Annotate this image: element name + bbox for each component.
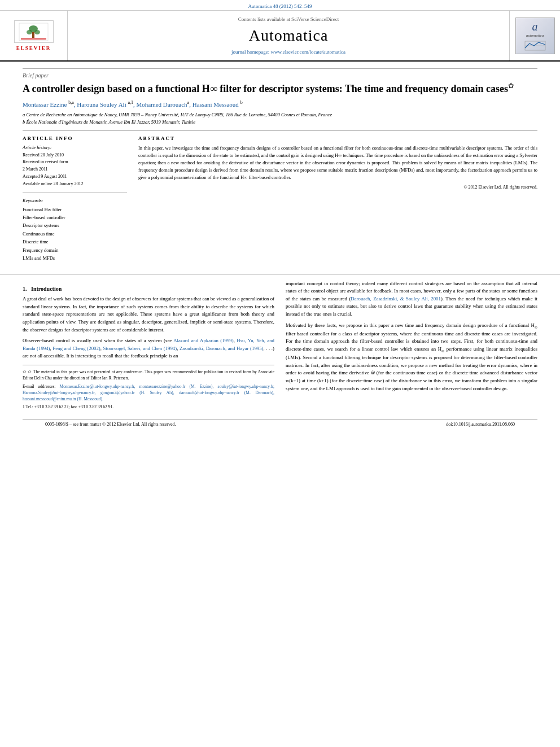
keywords-section: Keywords: Functional H∞ filter Filter-ba… — [23, 198, 127, 263]
body-col-left: 1. Introduction A great deal of work has… — [23, 280, 274, 412]
abstract-section: ABSTRACT In this paper, we investigate t… — [138, 136, 537, 190]
intro-para-2: Observer-based control is usually used w… — [23, 337, 274, 360]
journal-header-center: Contents lists available at SciVerse Sci… — [68, 11, 509, 60]
elsevier-logo-section: ELSEVIER — [0, 11, 68, 60]
article-history: Article history: Received 20 July 2010 R… — [23, 145, 127, 193]
issn-text: 0005-1098/$ – see front matter © 2012 El… — [45, 422, 176, 427]
article-title: A controller design based on a functiona… — [23, 82, 537, 95]
elsevier-text: ELSEVIER — [16, 45, 51, 51]
section-1-title: 1. Introduction — [23, 285, 274, 294]
main-body: 1. Introduction A great deal of work has… — [0, 274, 560, 429]
intro-para-3: important concept in control theory; ind… — [286, 280, 537, 318]
body-two-col: 1. Introduction A great deal of work has… — [23, 280, 537, 412]
svg-point-2 — [27, 30, 32, 34]
footnote-star: ✩ ✩ The material in this paper was not p… — [23, 369, 274, 382]
abstract-header: ABSTRACT — [138, 136, 537, 141]
sciverse-link: Contents lists available at SciVerse Sci… — [238, 16, 339, 22]
journal-header: ELSEVIER Contents lists available at Sci… — [0, 11, 560, 62]
info-abstract-section: ARTICLE INFO Article history: Received 2… — [23, 130, 537, 263]
history-title: Article history: — [23, 145, 127, 150]
bottom-bar: 0005-1098/$ – see front matter © 2012 El… — [23, 419, 537, 429]
brief-paper-label: Brief paper — [23, 68, 537, 78]
article-info-header: ARTICLE INFO — [23, 136, 127, 141]
footnote-1: 1 Tel.: +33 0 3 82 39 62 27; fax: +33 0 … — [23, 404, 274, 410]
copyright-text: © 2012 Elsevier Ltd. All rights reserved… — [138, 185, 537, 190]
footnote-section: ✩ ✩ The material in this paper was not p… — [23, 365, 274, 410]
intro-para-4: Motivated by these facts, we propose in … — [286, 322, 537, 393]
authors-line: Montassar Ezzine b,a, Harouna Souley Ali… — [23, 100, 537, 108]
journal-homepage: journal homepage: www.elsevier.com/locat… — [231, 49, 345, 55]
intro-para-1: A great deal of work has been devoted to… — [23, 295, 274, 334]
article-content: Brief paper A controller design based on… — [0, 62, 560, 268]
article-info-section: ARTICLE INFO Article history: Received 2… — [23, 136, 127, 263]
title-text-part1: A controller design based on a functiona… — [23, 83, 210, 94]
h-infinity-symbol: ∞ — [210, 83, 217, 94]
keyword-5: Discrete time — [23, 238, 127, 246]
automatica-logo: a automatica — [515, 18, 555, 54]
doi-text: doi:10.1016/j.automatica.2011.08.060 — [446, 422, 515, 427]
available-date: Available online 28 January 2012 — [23, 181, 127, 188]
abstract-column: ABSTRACT In this paper, we investigate t… — [138, 136, 537, 263]
title-text-part2: filter for descriptor systems: The time … — [217, 83, 508, 94]
keyword-3: Descriptor systems — [23, 221, 127, 229]
footnote-emails: E-mail addresses: Montassar.Ezzine@iut-l… — [23, 383, 274, 403]
journal-logo-right: a automatica — [509, 11, 560, 60]
journal-title: Automatica — [249, 27, 329, 45]
keywords-title: Keywords: — [23, 198, 127, 203]
keyword-6: Frequency domain — [23, 246, 127, 254]
top-bar: Automatica 48 (2012) 542–549 — [0, 0, 560, 11]
affiliations: a Centre de Recherche en Automatique de … — [23, 111, 537, 126]
svg-point-3 — [34, 30, 40, 34]
body-col-right: important concept in control theory; ind… — [286, 280, 537, 412]
affiliation-b: b École Nationale d'Ingénieurs de Monast… — [23, 119, 537, 126]
keyword-7: LMIs and MFDs — [23, 254, 127, 262]
title-star: ✩ — [508, 82, 514, 90]
revised-date: 2 March 2011 — [23, 166, 127, 173]
affiliation-a: a Centre de Recherche en Automatique de … — [23, 111, 537, 119]
keyword-1: Functional H∞ filter — [23, 206, 127, 213]
keyword-2: Filter-based controller — [23, 213, 127, 221]
accepted-date: Accepted 9 August 2011 — [23, 173, 127, 181]
elsevier-logo-box — [14, 20, 54, 43]
keyword-4: Continuous time — [23, 230, 127, 238]
svg-rect-4 — [32, 32, 34, 38]
abstract-text: In this paper, we investigate the time a… — [138, 145, 537, 182]
received-revised-label: Received in revised form — [23, 159, 127, 166]
received-date: Received 20 July 2010 — [23, 152, 127, 159]
journal-citation: Automatica 48 (2012) 542–549 — [248, 3, 312, 9]
elsevier-logo: ELSEVIER — [14, 20, 54, 51]
article-info-column: ARTICLE INFO Article history: Received 2… — [23, 136, 127, 263]
